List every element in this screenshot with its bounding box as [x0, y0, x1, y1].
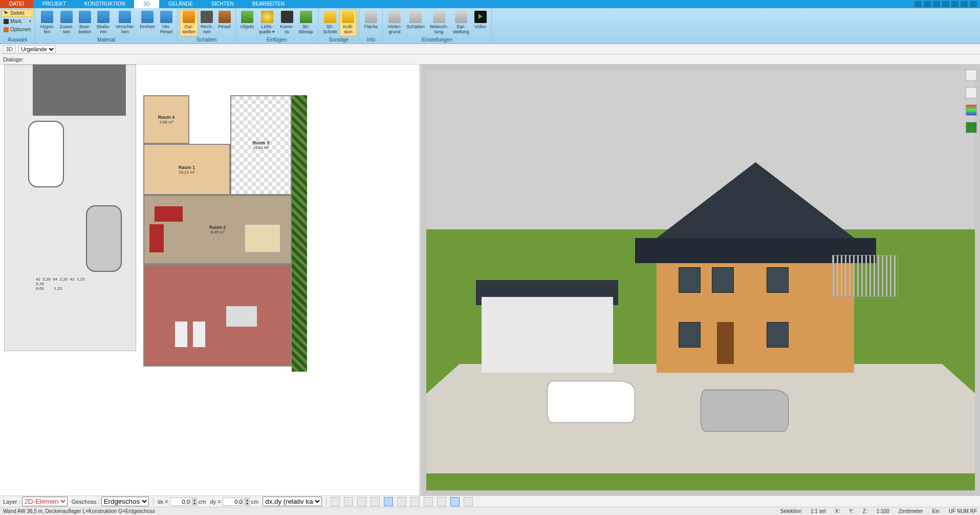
tool-monitor-icon[interactable]	[344, 497, 353, 506]
tab-sichten[interactable]: SICHTEN	[202, 0, 243, 8]
btn-schatten-einst[interactable]: Schatten	[404, 9, 427, 36]
tab-gelaende[interactable]: GELÄNDE	[159, 0, 202, 8]
view3d	[426, 70, 975, 490]
dx-input[interactable]	[170, 498, 190, 506]
tool-north-icon[interactable]	[450, 497, 460, 506]
group-label-info: Info	[359, 36, 382, 44]
hedge-right	[292, 95, 307, 372]
sysicon-1[interactable]	[914, 1, 922, 7]
lounger-2	[193, 321, 205, 347]
btn-video[interactable]: Video	[472, 9, 489, 36]
geschoss-dropdown[interactable]: Erdgeschos	[101, 497, 149, 506]
tool-grid3-icon[interactable]	[437, 497, 446, 506]
status-mode: Ein	[932, 508, 940, 514]
tool-grid1-icon[interactable]	[397, 497, 406, 506]
status-selval: 1:1 sel	[811, 508, 825, 514]
assign-icon	[60, 11, 73, 23]
btn-verschieben[interactable]: Verschie- ben	[113, 9, 138, 36]
shadow-show-icon	[183, 11, 195, 23]
menu-bar: DATEI PROJEKT KONSTRUKTION 3D GELÄNDE SI…	[0, 0, 980, 8]
terrace	[143, 264, 292, 367]
tab-projekt[interactable]: PROJEKT	[33, 0, 75, 8]
close-icon[interactable]	[970, 1, 977, 7]
btn-pinsel[interactable]: Pinsel	[215, 9, 233, 36]
palette-plants-icon[interactable]	[966, 122, 977, 133]
maximize-icon[interactable]	[961, 1, 968, 7]
dy-stepper[interactable]: ▴▾	[245, 498, 250, 506]
layer-dropdown[interactable]: 2D-Elemen	[22, 497, 68, 506]
tool-cube-icon[interactable]	[357, 497, 366, 506]
area-icon	[365, 11, 377, 23]
camera-icon	[281, 11, 293, 23]
btn-kollision[interactable]: Kolli- sion	[339, 9, 357, 36]
ribbon-group-schatten: Dar- stellen Rech- nen Pinsel Schatten	[178, 8, 236, 44]
btn-objekt[interactable]: Objekt	[238, 9, 256, 36]
btn-lichtquelle[interactable]: Licht- quelle ▾	[256, 9, 278, 36]
minimize-icon[interactable]	[951, 1, 959, 7]
tool-link-icon[interactable]	[371, 497, 380, 506]
room-1: Raum 1 20,11 m²	[143, 144, 230, 195]
palette-layers-icon[interactable]	[966, 70, 977, 81]
dining-table	[245, 224, 280, 252]
btn-zuweisen[interactable]: Zuwei- sen	[57, 9, 76, 36]
group-label-einfuegen: Einfügen	[236, 36, 318, 44]
ribbon-group-sonstige: 3D- Schnitt Kolli- sion Sonstige	[318, 8, 360, 44]
btn-hinpinsel[interactable]: Hin. Pinsel	[158, 9, 176, 36]
select-label: Selekt	[10, 10, 25, 16]
btn-darstellen[interactable]: Dar- stellen	[180, 9, 198, 36]
balcony-3d	[832, 255, 898, 297]
btn-beleuchtung[interactable]: Beleuch- tung	[427, 9, 451, 36]
tool-info-icon[interactable]	[464, 497, 473, 506]
mark-button[interactable]: Mark. ▾	[1, 17, 34, 25]
dy-unit: cm	[251, 499, 259, 505]
brush-icon	[219, 11, 231, 23]
tab-datei[interactable]: DATEI	[0, 0, 33, 8]
door-3d	[717, 322, 733, 364]
tool-layers-icon[interactable]	[424, 497, 433, 506]
lounger-1	[175, 321, 187, 347]
tab-bearbeiten[interactable]: BEARBEITEN	[243, 0, 294, 8]
btn-3dschnitt[interactable]: 3D- Schnitt	[320, 9, 340, 36]
tab-3d[interactable]: 3D	[134, 0, 159, 8]
ribbon: Selekt Mark. ▾ Optionen Auswahl Abgrei- …	[0, 8, 980, 44]
layer-select[interactable]: Urgelände	[18, 45, 56, 53]
coord-mode-dropdown[interactable]: dx,dy (relativ ka	[263, 497, 322, 506]
btn-3dbitmap[interactable]: 3D- Bitmap	[296, 9, 316, 36]
btn-abgreifen[interactable]: Abgrei- fen	[37, 9, 57, 36]
btn-skalieren[interactable]: Skalie- ren	[94, 9, 113, 36]
btn-flaeche[interactable]: Fläche	[361, 9, 380, 36]
dialoge-label: Dialoge:	[3, 56, 24, 62]
tool-grid2-icon[interactable]	[410, 497, 420, 506]
collision-icon	[342, 11, 354, 23]
pane-3d[interactable]	[421, 65, 980, 496]
tool-snap-icon[interactable]	[384, 497, 393, 506]
system-icons	[914, 0, 980, 8]
btn-rechnen[interactable]: Rech- nen	[198, 9, 215, 36]
eyedropper-icon	[41, 11, 53, 23]
edit-icon	[79, 11, 91, 23]
btn-drehen[interactable]: Drehen	[137, 9, 158, 36]
tab-konstruktion[interactable]: KONSTRUKTION	[75, 0, 134, 8]
sysicon-3[interactable]	[933, 1, 940, 7]
btn-kamera[interactable]: Kame- ra	[277, 9, 296, 36]
btn-hintergrund[interactable]: Hinter- grund	[385, 9, 404, 36]
status-scale: 1:100	[877, 508, 889, 514]
status-selektion: Selektion	[780, 508, 801, 514]
dy-input[interactable]	[223, 498, 243, 506]
car-grey-3d	[701, 390, 788, 432]
ribbon-group-info: Fläche Info	[359, 8, 383, 44]
btn-darstellung[interactable]: Dar- stellung	[450, 9, 471, 36]
pane-2d[interactable]: Raum 4 2,88 m² Raum 1 20,11 m² Raum 3 25…	[0, 65, 421, 496]
group-label-schatten: Schatten	[178, 36, 235, 44]
section-icon	[324, 11, 336, 23]
palette-materials-icon[interactable]	[966, 104, 977, 116]
help-icon[interactable]	[942, 1, 949, 7]
btn-bearbeiten[interactable]: Bear- beiten	[76, 9, 94, 36]
palette-furniture-icon[interactable]	[966, 87, 977, 98]
dx-stepper[interactable]: ▴▾	[192, 498, 197, 506]
viewtag-3d[interactable]: 3D	[3, 45, 15, 53]
options-button[interactable]: Optionen	[1, 26, 34, 33]
select-button[interactable]: Selekt	[1, 9, 34, 17]
tool-clock-icon[interactable]	[331, 497, 340, 506]
sysicon-2[interactable]	[924, 1, 931, 7]
